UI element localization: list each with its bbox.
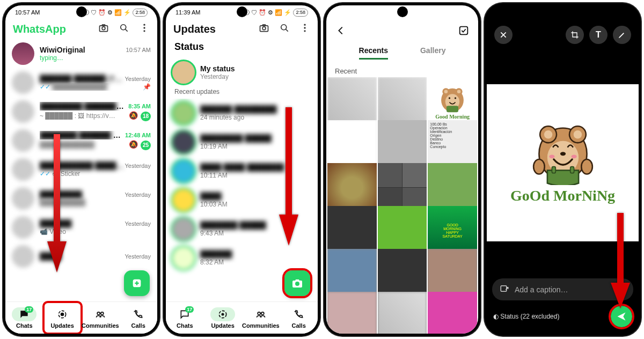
- text-icon[interactable]: T: [589, 26, 608, 44]
- svg-point-37: [573, 130, 581, 138]
- more-icon[interactable]: [139, 23, 150, 36]
- close-icon[interactable]: [494, 26, 513, 44]
- more-icon[interactable]: [299, 23, 310, 36]
- grid-item[interactable]: [428, 249, 477, 298]
- sticker-image: [525, 121, 601, 185]
- grid-item[interactable]: [327, 77, 377, 127]
- svg-rect-42: [552, 167, 555, 173]
- nav-calls[interactable]: Calls: [119, 302, 157, 334]
- camera-fab[interactable]: [284, 270, 310, 296]
- grid-item[interactable]: [378, 206, 427, 255]
- crop-icon[interactable]: [566, 26, 584, 44]
- phone-2-updates: 11:39 AM ⓘ ♡ ⏰ ⚙ 📶 ⚡ 2:58 Updates Status…: [164, 3, 320, 336]
- nav-communities[interactable]: Communities: [82, 302, 120, 334]
- nav-chats[interactable]: 17Chats: [166, 302, 204, 334]
- battery-pill: 2:58: [133, 9, 148, 17]
- select-icon[interactable]: [458, 25, 470, 39]
- phone-3-gallery: Recents Gallery Recent Good Morning 100,…: [324, 3, 480, 336]
- svg-point-3: [143, 24, 145, 26]
- svg-point-13: [281, 25, 287, 30]
- caption-input[interactable]: Add a caption…: [492, 278, 633, 300]
- grid-item-sticker[interactable]: Good Morning: [428, 77, 477, 127]
- nav-updates[interactable]: Updates: [43, 302, 82, 334]
- grid-item[interactable]: [327, 206, 377, 255]
- mute-icon: 🔕: [129, 140, 138, 149]
- svg-point-45: [581, 159, 592, 174]
- caption-placeholder: Add a caption…: [515, 285, 568, 294]
- chat-row[interactable]: ██████████ ██████Yesterday ✓✓ 🏷 Sticker: [5, 155, 157, 184]
- bottom-nav: 17 Chats Updates Communities Calls: [5, 301, 157, 334]
- search-icon[interactable]: [279, 23, 290, 36]
- svg-point-18: [295, 282, 299, 286]
- grid-item[interactable]: GOODMORNINGHAPPYSATURDAY: [428, 206, 477, 255]
- nav-chats[interactable]: 17 Chats: [5, 302, 43, 334]
- grid-item[interactable]: [428, 163, 477, 212]
- camera-icon[interactable]: [259, 23, 269, 36]
- svg-point-4: [143, 27, 145, 28]
- grid-item[interactable]: [428, 292, 477, 334]
- photo-grid: Good Morning 100,00 BsOperaciónIdentific…: [326, 77, 478, 334]
- grid-item[interactable]: [327, 163, 377, 212]
- grid-item[interactable]: [327, 249, 377, 298]
- chat-row[interactable]: ██████ ██████ (T██)Yesterday ✓✓ ████████…: [5, 68, 157, 97]
- svg-point-30: [449, 98, 450, 99]
- chat-row[interactable]: ████████ ███████ ❤️💕8:35 AM ~ ██████ : 🖼…: [5, 97, 157, 126]
- status-row[interactable]: ██████8:32 AM: [166, 244, 318, 272]
- back-icon[interactable]: [335, 25, 347, 39]
- svg-point-21: [258, 312, 260, 314]
- phone-1-chats: 10:57 AM ⓘ ♡ ⏰ ⚙ 📶 ⚡ 2:58 WhatsApp WiwiO…: [3, 3, 159, 336]
- status-row[interactable]: ████10:03 AM: [166, 186, 318, 215]
- grid-item[interactable]: [378, 292, 427, 334]
- add-media-icon[interactable]: [500, 284, 509, 295]
- svg-point-44: [533, 159, 545, 174]
- recent-label: Recent: [326, 65, 478, 77]
- chat-row[interactable]: ██████Yesterday 📹 Video: [5, 213, 157, 242]
- draw-icon[interactable]: [613, 26, 631, 44]
- app-title: WhatsApp: [13, 23, 66, 35]
- tab-gallery[interactable]: Gallery: [420, 46, 445, 60]
- svg-point-16: [304, 30, 305, 32]
- chat-row[interactable]: WiwiOriginal10:57 AM typing…: [5, 39, 157, 68]
- updates-header: Updates: [166, 19, 318, 39]
- editor-canvas[interactable]: GoOd MorNiNg: [487, 50, 639, 275]
- camera-icon[interactable]: [98, 23, 109, 36]
- grid-item[interactable]: [378, 163, 427, 212]
- status-row[interactable]: ████ ████ ███████10:11 AM: [166, 157, 318, 186]
- gallery-tabs: Recents Gallery: [326, 44, 478, 65]
- grid-item[interactable]: [378, 77, 427, 127]
- chat-row[interactable]: ███████ ██████ ⚡🖊12:48 AM ████████████🔕 …: [5, 126, 157, 155]
- chat-row[interactable]: ████████Yesterday ██████████: [5, 184, 157, 213]
- nav-communities[interactable]: Communities: [242, 302, 280, 334]
- phone-4-editor: T: [485, 3, 641, 336]
- grid-item[interactable]: [327, 292, 377, 334]
- nav-calls[interactable]: Calls: [280, 302, 318, 334]
- status-row[interactable]: ████████ █████10:19 AM: [166, 128, 318, 157]
- sticker-text: GoOd MorNiNg: [510, 187, 615, 204]
- grid-item[interactable]: 100,00 BsOperaciónIdentificaciónOrigenDe…: [428, 120, 477, 170]
- status-row[interactable]: ███████ █████9:43 AM: [166, 215, 318, 244]
- status-row[interactable]: ██████ ████████24 minutes ago: [166, 99, 318, 128]
- recipient-chip[interactable]: ◐ Status (22 excluded): [493, 313, 559, 320]
- svg-point-20: [222, 313, 224, 315]
- grid-item[interactable]: [327, 120, 377, 170]
- svg-point-31: [455, 98, 456, 99]
- search-icon[interactable]: [119, 23, 129, 36]
- svg-point-10: [101, 312, 104, 314]
- grid-item[interactable]: [378, 249, 427, 298]
- pin-icon: 📌: [143, 83, 151, 91]
- grid-item[interactable]: [378, 120, 427, 170]
- svg-point-12: [262, 27, 266, 30]
- new-chat-fab[interactable]: [124, 270, 150, 296]
- my-status-row[interactable]: My status Yesterday: [166, 58, 318, 87]
- mute-icon: 🔕: [129, 111, 138, 120]
- app-header: WhatsApp: [5, 19, 157, 39]
- status-icons: ⓘ ♡ ⏰ ⚙ 📶 ⚡: [83, 9, 131, 17]
- svg-point-28: [457, 90, 461, 94]
- chat-row[interactable]: ████Yesterday: [5, 242, 157, 271]
- svg-point-39: [560, 152, 565, 156]
- nav-updates[interactable]: Updates: [204, 302, 242, 334]
- send-button[interactable]: [611, 306, 632, 327]
- tab-recents[interactable]: Recents: [359, 46, 388, 60]
- gallery-header: [326, 19, 478, 44]
- bottom-nav: 17Chats Updates Communities Calls: [166, 301, 318, 334]
